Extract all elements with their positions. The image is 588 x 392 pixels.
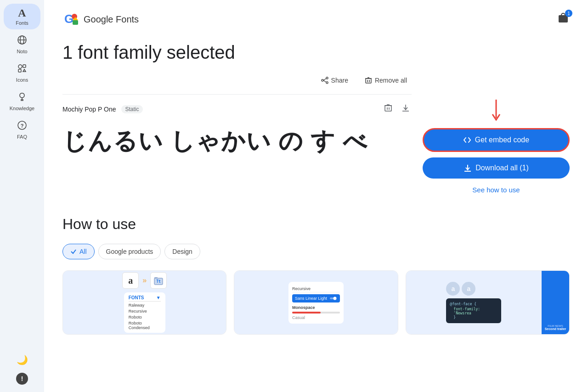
card1-arrows-icon: » <box>142 276 147 285</box>
download-font-button[interactable] <box>400 102 412 116</box>
svg-point-14 <box>326 77 328 79</box>
see-how-to-use-link[interactable]: See how to use <box>423 186 570 194</box>
card2-slider[interactable] <box>292 312 340 314</box>
delete-icon <box>384 104 392 112</box>
filter-chips: All Google products Design <box>62 244 570 259</box>
sidebar-item-fonts[interactable]: A Fonts <box>4 4 40 29</box>
svg-rect-4 <box>23 65 26 67</box>
card1-folder-icon: Tt <box>150 272 167 289</box>
card2-mockup: Recursive Sans Linear Light Monospace <box>288 282 344 324</box>
top-bar: G Google Fonts 1 <box>62 11 570 28</box>
card3-right: FILM NEWS Second trailer <box>542 271 569 334</box>
sidebar-item-label: FAQ <box>17 134 27 140</box>
filter-chip-google-products[interactable]: Google products <box>98 244 161 259</box>
cart-badge: 1 <box>565 10 572 17</box>
download-all-button[interactable]: Download all (1) <box>423 157 570 179</box>
faq-icon: ? <box>17 120 27 132</box>
sidebar-item-icons[interactable]: Icons <box>4 60 40 86</box>
check-icon <box>70 248 77 255</box>
svg-rect-11 <box>73 20 78 25</box>
card1-letters: a » Tt <box>122 272 167 289</box>
sidebar-bottom: 🌙 ! <box>13 351 31 392</box>
font-list: Share Remove all Mochiy Pop P One <box>62 74 412 194</box>
sidebar-item-label: Fonts <box>16 20 28 26</box>
remove-all-label: Remove all <box>375 77 407 84</box>
filter-chip-design[interactable]: Design <box>164 244 200 259</box>
dark-mode-button[interactable]: 🌙 <box>13 351 31 369</box>
page-title: 1 font family selected <box>62 42 570 63</box>
logo-text: Google Fonts <box>84 14 139 25</box>
chip-label: All <box>79 248 87 255</box>
selection-area: Share Remove all Mochiy Pop P One <box>62 74 570 194</box>
svg-line-17 <box>323 78 326 80</box>
embed-code-label: Get embed code <box>475 136 529 144</box>
svg-point-3 <box>18 65 22 68</box>
font-item: Mochiy Pop P One Static <box>62 94 412 123</box>
google-fonts-logo: G <box>62 11 79 28</box>
font-preview: じんるい しゃかい の す べ <box>62 127 412 156</box>
cart-button[interactable]: 1 <box>557 11 570 27</box>
svg-point-15 <box>326 82 328 84</box>
download-all-label: Download all (1) <box>475 164 529 172</box>
card3-left: a a @font-face { font-family: 'Newsrea } <box>406 271 542 334</box>
svg-rect-19 <box>366 78 371 83</box>
how-to-use-title: How to use <box>62 216 570 233</box>
card2-selected-row: Sans Linear Light <box>292 294 340 302</box>
card-code[interactable]: a a @font-face { font-family: 'Newsrea } <box>406 270 570 335</box>
card1-inner: a » Tt FO <box>63 271 226 334</box>
card1-box-header: FONTS ▼ <box>129 295 161 302</box>
svg-text:Tt: Tt <box>156 280 161 284</box>
share-icon <box>321 77 328 84</box>
share-label: Share <box>331 77 348 84</box>
sidebar: A Fonts Noto Icons <box>0 0 44 392</box>
card-fonts[interactable]: a » Tt FO <box>62 270 226 335</box>
sidebar-item-noto[interactable]: Noto <box>4 31 40 58</box>
download-all-icon <box>464 164 472 172</box>
trash-icon <box>365 77 372 84</box>
font-list-actions: Share Remove all <box>62 74 412 87</box>
font-item-left: Mochiy Pop P One Static <box>62 105 143 113</box>
noto-icon <box>17 35 27 47</box>
chip-label: Design <box>172 248 192 255</box>
embed-code-button[interactable]: Get embed code <box>423 128 570 152</box>
sidebar-item-label: Knowledge <box>10 106 34 111</box>
delete-font-button[interactable] <box>382 102 394 116</box>
download-icon <box>401 104 410 112</box>
filter-chip-all[interactable]: All <box>62 244 95 259</box>
font-item-actions <box>382 102 412 116</box>
sidebar-item-faq[interactable]: ? FAQ <box>4 117 40 143</box>
svg-point-37 <box>333 297 336 300</box>
chip-label: Google products <box>106 248 153 255</box>
fonts-icon: A <box>18 7 26 18</box>
share-button[interactable]: Share <box>317 74 353 87</box>
right-panel: Get embed code Download all (1) See how … <box>423 74 570 194</box>
svg-text:G: G <box>64 12 74 26</box>
cards-grid: a » Tt FO <box>62 270 570 335</box>
red-arrow <box>491 100 502 123</box>
svg-rect-24 <box>385 106 391 111</box>
font-tag: Static <box>121 105 142 113</box>
svg-line-18 <box>323 80 326 82</box>
font-name: Mochiy Pop P One <box>62 106 116 113</box>
knowledge-icon <box>17 92 27 104</box>
card3-inner: a a @font-face { font-family: 'Newsrea } <box>406 271 569 334</box>
card2-inner: Recursive Sans Linear Light Monospace <box>234 271 397 334</box>
sidebar-item-label: Noto <box>17 49 27 54</box>
card1-letter-a: a <box>122 272 139 289</box>
how-to-use-section: How to use All Google products Design <box>62 216 570 335</box>
svg-text:?: ? <box>21 123 24 129</box>
logo-area: G Google Fonts <box>62 11 139 28</box>
remove-all-button[interactable]: Remove all <box>360 74 412 87</box>
sidebar-item-knowledge[interactable]: Knowledge <box>4 88 40 115</box>
sidebar-item-label: Icons <box>16 77 28 83</box>
icons-icon <box>17 63 27 75</box>
card3-code-box: @font-face { font-family: 'Newsrea } <box>446 298 501 323</box>
svg-rect-5 <box>18 69 21 72</box>
info-button[interactable]: ! <box>16 373 28 385</box>
card1-font-list-box: FONTS ▼ Raleway Recursive Roboto Roboto … <box>124 292 165 333</box>
main-content: G Google Fonts 1 1 font family selected <box>44 0 588 392</box>
card-slider[interactable]: Recursive Sans Linear Light Monospace <box>234 270 398 335</box>
svg-point-16 <box>322 79 323 81</box>
code-icon <box>463 136 471 144</box>
